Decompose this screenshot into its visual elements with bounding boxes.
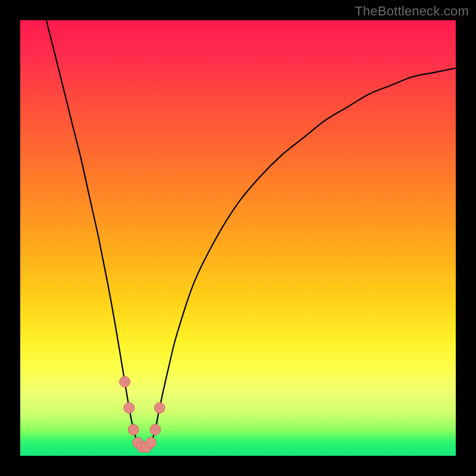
chart-svg xyxy=(20,20,456,456)
chart-frame: TheBottleneck.com xyxy=(0,0,476,476)
marker-dot xyxy=(120,377,130,387)
marker-dot xyxy=(128,424,139,435)
bottleneck-curve xyxy=(46,20,456,447)
marker-dot xyxy=(124,403,134,414)
marker-dot xyxy=(146,437,156,448)
watermark-text: TheBottleneck.com xyxy=(355,4,469,19)
marker-dot xyxy=(150,424,161,435)
chart-plot-area xyxy=(20,20,456,456)
marker-dot xyxy=(154,403,165,414)
